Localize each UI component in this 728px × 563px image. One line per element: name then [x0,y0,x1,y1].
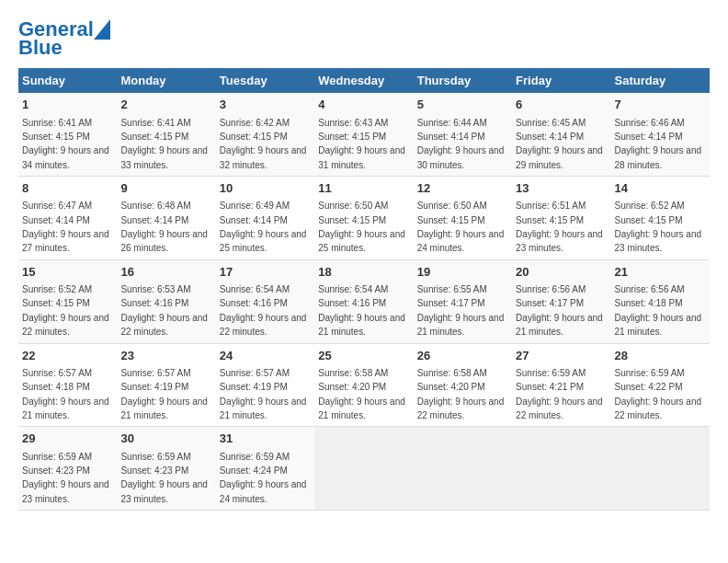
logo: General Blue [18,18,110,59]
sunrise-info: Sunrise: 6:43 AM [318,118,388,128]
day-number: 18 [318,264,409,281]
day-cell: 16 Sunrise: 6:53 AM Sunset: 4:16 PM Dayl… [117,259,215,343]
sunset-info: Sunset: 4:14 PM [516,132,584,142]
sunrise-info: Sunrise: 6:50 AM [417,201,487,211]
week-row-5: 29 Sunrise: 6:59 AM Sunset: 4:23 PM Dayl… [18,427,710,511]
sunset-info: Sunset: 4:24 PM [220,465,288,476]
sunrise-info: Sunrise: 6:59 AM [615,368,685,378]
daylight-info: Daylight: 9 hours and 23 minutes. [120,479,208,503]
daylight-info: Daylight: 9 hours and 22 minutes. [120,313,208,337]
sunset-info: Sunset: 4:23 PM [120,465,188,476]
day-cell: 24 Sunrise: 6:57 AM Sunset: 4:19 PM Dayl… [216,343,314,427]
day-cell: 20 Sunrise: 6:56 AM Sunset: 4:17 PM Dayl… [512,259,610,343]
day-cell: 13 Sunrise: 6:51 AM Sunset: 4:15 PM Dayl… [512,177,610,260]
day-cell: 15 Sunrise: 6:52 AM Sunset: 4:15 PM Dayl… [18,259,117,343]
day-cell: 26 Sunrise: 6:58 AM Sunset: 4:20 PM Dayl… [414,343,512,427]
day-cell: 6 Sunrise: 6:45 AM Sunset: 4:14 PM Dayli… [512,93,610,176]
sunrise-info: Sunrise: 6:53 AM [120,284,190,294]
sunrise-info: Sunrise: 6:44 AM [417,118,487,128]
week-row-4: 22 Sunrise: 6:57 AM Sunset: 4:18 PM Dayl… [18,343,710,427]
day-number: 12 [417,180,508,197]
daylight-info: Daylight: 9 hours and 21 minutes. [318,396,405,420]
day-number: 4 [318,97,409,113]
sunrise-info: Sunrise: 6:54 AM [318,284,388,294]
svg-marker-0 [94,19,110,40]
day-cell: 18 Sunrise: 6:54 AM Sunset: 4:16 PM Dayl… [314,259,413,343]
sunset-info: Sunset: 4:15 PM [417,215,485,225]
day-cell: 7 Sunrise: 6:46 AM Sunset: 4:14 PM Dayli… [611,93,710,176]
day-number: 8 [22,180,113,197]
day-number: 9 [120,180,211,197]
sunrise-info: Sunrise: 6:47 AM [22,201,92,211]
sunrise-info: Sunrise: 6:46 AM [615,118,685,128]
day-number: 11 [318,180,409,197]
sunrise-info: Sunrise: 6:57 AM [22,368,92,378]
sunrise-info: Sunrise: 6:55 AM [417,284,487,294]
day-number: 6 [516,97,607,113]
day-number: 26 [417,348,508,364]
day-cell: 28 Sunrise: 6:59 AM Sunset: 4:22 PM Dayl… [611,343,710,427]
sunset-info: Sunset: 4:23 PM [22,465,90,476]
sunrise-info: Sunrise: 6:58 AM [417,368,487,378]
header-tuesday: Tuesday [216,68,314,93]
sunrise-info: Sunrise: 6:48 AM [120,201,190,211]
daylight-info: Daylight: 9 hours and 21 minutes. [417,313,505,337]
sunrise-info: Sunrise: 6:56 AM [615,284,685,294]
day-number: 20 [516,264,607,281]
day-number: 31 [220,431,311,447]
sunrise-info: Sunrise: 6:49 AM [220,201,290,211]
day-number: 15 [22,264,113,281]
sunrise-info: Sunrise: 6:59 AM [220,452,290,462]
daylight-info: Daylight: 9 hours and 26 minutes. [120,229,208,253]
daylight-info: Daylight: 9 hours and 22 minutes. [220,313,307,337]
daylight-info: Daylight: 9 hours and 21 minutes. [516,313,603,337]
day-cell [314,427,413,511]
day-cell: 22 Sunrise: 6:57 AM Sunset: 4:18 PM Dayl… [18,343,117,427]
day-number: 1 [22,97,113,113]
header-friday: Friday [512,68,610,93]
sunrise-info: Sunrise: 6:41 AM [120,118,190,128]
day-number: 29 [22,431,113,447]
sunset-info: Sunset: 4:17 PM [516,298,584,308]
sunset-info: Sunset: 4:15 PM [22,298,90,308]
sunset-info: Sunset: 4:18 PM [615,298,683,308]
daylight-info: Daylight: 9 hours and 29 minutes. [516,145,603,169]
day-cell [611,427,710,511]
sunset-info: Sunset: 4:15 PM [615,215,683,225]
day-cell: 8 Sunrise: 6:47 AM Sunset: 4:14 PM Dayli… [18,177,117,260]
day-number: 14 [615,180,706,197]
header-thursday: Thursday [414,68,512,93]
week-row-3: 15 Sunrise: 6:52 AM Sunset: 4:15 PM Dayl… [18,259,710,343]
sunrise-info: Sunrise: 6:41 AM [22,118,92,128]
day-number: 3 [220,97,311,113]
daylight-info: Daylight: 9 hours and 21 minutes. [220,396,307,420]
day-number: 27 [516,348,607,364]
day-cell: 2 Sunrise: 6:41 AM Sunset: 4:15 PM Dayli… [117,93,215,176]
sunset-info: Sunset: 4:15 PM [318,215,386,225]
daylight-info: Daylight: 9 hours and 22 minutes. [22,313,109,337]
daylight-info: Daylight: 9 hours and 24 minutes. [417,229,505,253]
day-number: 23 [120,348,211,364]
sunrise-info: Sunrise: 6:57 AM [220,368,290,378]
sunset-info: Sunset: 4:14 PM [615,132,683,142]
sunset-info: Sunset: 4:14 PM [220,215,288,225]
sunset-info: Sunset: 4:19 PM [120,382,188,392]
logo-icon [94,19,110,40]
daylight-info: Daylight: 9 hours and 23 minutes. [22,479,109,503]
sunset-info: Sunset: 4:14 PM [22,215,90,225]
daylight-info: Daylight: 9 hours and 22 minutes. [417,396,505,420]
day-cell: 21 Sunrise: 6:56 AM Sunset: 4:18 PM Dayl… [611,259,710,343]
day-number: 21 [615,264,706,281]
daylight-info: Daylight: 9 hours and 22 minutes. [615,396,702,420]
sunrise-info: Sunrise: 6:59 AM [120,452,190,462]
sunset-info: Sunset: 4:15 PM [516,215,584,225]
day-number: 24 [220,348,311,364]
day-cell: 1 Sunrise: 6:41 AM Sunset: 4:15 PM Dayli… [18,93,117,176]
daylight-info: Daylight: 9 hours and 21 minutes. [615,313,702,337]
day-number: 16 [120,264,211,281]
sunrise-info: Sunrise: 6:51 AM [516,201,586,211]
sunset-info: Sunset: 4:21 PM [516,382,584,392]
daylight-info: Daylight: 9 hours and 25 minutes. [220,229,307,253]
header-saturday: Saturday [611,68,710,93]
day-number: 30 [120,431,211,447]
